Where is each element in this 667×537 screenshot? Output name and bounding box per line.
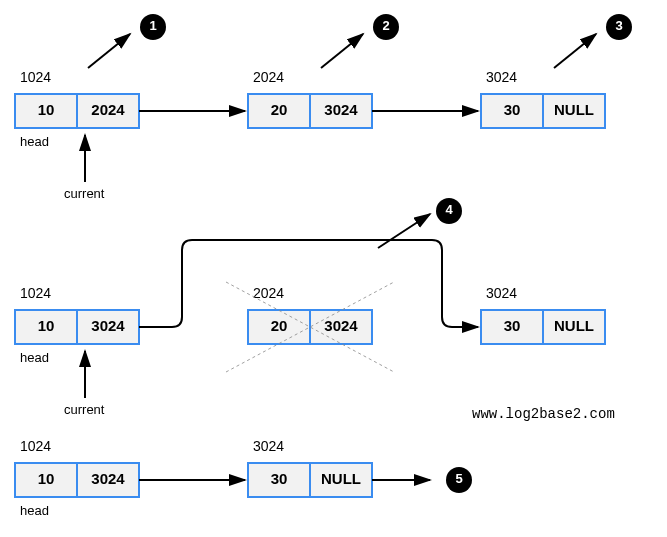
head-label: head [20,134,49,149]
row3-node-2: 3024 30 NULL [248,438,372,497]
next: NULL [554,317,594,334]
badge-arrow-4 [378,214,430,248]
head-label: head [20,350,49,365]
address: 1024 [20,438,51,454]
data: 10 [38,470,55,487]
address: 3024 [253,438,284,454]
row3-node-1: 1024 10 3024 head [15,438,139,518]
address: 2024 [253,69,284,85]
address: 1024 [20,285,51,301]
badge-arrow-3 [554,34,596,68]
current-label-r2: current [64,402,105,417]
row1-node-3: 3024 30 NULL [481,69,605,128]
badge-arrow-1 [88,34,130,68]
next: 3024 [324,317,358,334]
data: 20 [271,317,288,334]
current-label-r1: current [64,186,105,201]
row1-node-1: 1024 10 2024 head [15,69,139,149]
head-label: head [20,503,49,518]
address: 3024 [486,69,517,85]
row2-node-3: 3024 30 NULL [481,285,605,344]
step-badge-2-text: 2 [382,18,389,33]
next: NULL [321,470,361,487]
step-badge-5-text: 5 [455,471,462,486]
data: 30 [504,317,521,334]
data: 30 [271,470,288,487]
linked-list-delete-diagram: 1024 10 2024 head 2024 20 3024 3024 30 N… [0,0,667,537]
next: 3024 [91,470,125,487]
address: 2024 [253,285,284,301]
address: 3024 [486,285,517,301]
data: 10 [38,101,55,118]
data: 30 [504,101,521,118]
badge-arrow-2 [321,34,363,68]
step-badge-1-text: 1 [149,18,156,33]
next: NULL [554,101,594,118]
watermark: www.log2base2.com [472,406,615,422]
data: 20 [271,101,288,118]
next: 3024 [91,317,125,334]
next: 2024 [91,101,125,118]
row1-node-2: 2024 20 3024 [248,69,372,128]
data: 10 [38,317,55,334]
step-badge-3-text: 3 [615,18,622,33]
row2-node-2: 2024 20 3024 [226,282,394,372]
row2-node-1: 1024 10 3024 head [15,285,139,365]
step-badge-4-text: 4 [445,202,453,217]
next: 3024 [324,101,358,118]
address: 1024 [20,69,51,85]
